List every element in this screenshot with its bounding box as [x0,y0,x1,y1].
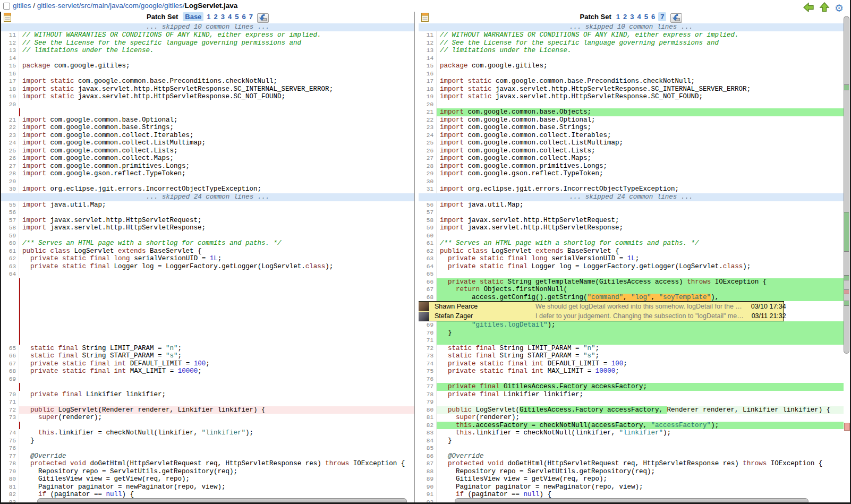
line-number[interactable]: 65 [419,270,437,278]
line-number[interactable]: 76 [1,445,19,452]
line-number[interactable]: 13 [1,47,19,55]
comment-row[interactable]: Stefan ZagerI defer to your judgement. C… [430,311,789,321]
skip-common-lines-expander[interactable]: ... skipped 24 common lines ... [1,193,414,201]
download-icon[interactable] [257,13,269,23]
line-number[interactable]: 83 [419,429,437,437]
line-number[interactable]: 80 [419,406,437,414]
line-number[interactable]: 88 [419,468,437,476]
line-number[interactable]: 82 [1,491,19,499]
line-number[interactable]: 67 [1,360,19,368]
line-number[interactable]: 26 [1,155,19,163]
line-number[interactable]: 13 [419,47,437,55]
line-number[interactable]: 62 [419,247,437,255]
line-number[interactable]: 78 [419,391,437,399]
line-number[interactable]: 30 [419,178,437,186]
line-number[interactable]: 81 [1,483,19,491]
line-number[interactable]: 27 [419,155,437,163]
line-number[interactable]: 19 [1,93,19,101]
line-number[interactable]: 64 [419,263,437,271]
line-number[interactable]: 29 [419,170,437,178]
patchset-link-5[interactable]: 5 [235,13,239,21]
line-number[interactable]: 80 [1,475,19,483]
line-number[interactable]: 85 [419,445,437,452]
line-number[interactable]: 68 [419,294,437,302]
line-number[interactable]: 86 [419,452,437,460]
line-number[interactable]: 15 [1,62,19,70]
line-number[interactable]: 67 [419,286,437,294]
line-number[interactable]: 82 [419,422,437,430]
line-number[interactable]: 26 [419,147,437,155]
line-number[interactable]: 61 [419,240,437,247]
line-number[interactable]: 18 [419,86,437,93]
line-number[interactable]: 63 [419,255,437,263]
line-number[interactable]: 12 [419,39,437,47]
line-number[interactable]: 90 [419,483,437,491]
line-number[interactable]: 56 [419,201,437,209]
line-number[interactable]: 81 [419,414,437,422]
line-number[interactable]: 24 [1,139,19,147]
line-number[interactable]: 23 [1,132,19,140]
line-number[interactable]: 65 [1,345,19,353]
line-number[interactable]: 75 [419,368,437,375]
line-number[interactable]: 79 [1,468,19,476]
line-number[interactable]: 78 [1,460,19,468]
line-number[interactable]: 60 [1,240,19,247]
line-number[interactable]: 58 [1,224,19,232]
skip-common-lines-expander[interactable]: ... skipped 24 common lines ... [419,193,844,201]
line-number[interactable]: 89 [419,475,437,483]
line-number[interactable]: 22 [419,116,437,124]
line-number[interactable]: 71 [1,398,19,406]
line-number[interactable]: 61 [1,247,19,255]
line-number[interactable]: 11 [1,31,19,39]
patchset-link-2[interactable]: 2 [623,13,627,21]
line-number[interactable]: 25 [419,139,437,147]
vertical-scrollbar[interactable] [844,16,849,354]
line-number[interactable]: 31 [419,185,437,193]
line-number[interactable]: 30 [1,185,19,193]
line-number[interactable]: 79 [419,398,437,406]
line-number[interactable]: 66 [419,278,437,286]
line-number[interactable]: 72 [419,345,437,353]
breadcrumb-path-link[interactable]: gitiles-servlet/src/main/java/com/google… [37,2,185,10]
line-number[interactable]: 63 [1,263,19,271]
line-number[interactable]: 23 [419,124,437,132]
line-number[interactable]: 57 [419,209,437,217]
patchset-link-1[interactable]: 1 [207,13,210,21]
line-number[interactable]: 62 [1,255,19,263]
line-number[interactable]: 55 [1,201,19,209]
patchset-link-4[interactable]: 4 [228,13,232,21]
line-number[interactable]: 19 [419,93,437,101]
line-number[interactable]: 14 [419,55,437,63]
line-number[interactable]: 18 [1,86,19,93]
reviewed-checkbox[interactable] [3,3,10,10]
line-number[interactable]: 72 [1,406,19,414]
patchset-link-7[interactable]: 7 [249,13,253,21]
patchset-link-2[interactable]: 2 [214,13,218,21]
patchset-link-base[interactable]: Base [183,12,203,21]
line-number[interactable]: 21 [1,116,19,124]
line-number[interactable]: 68 [1,368,19,375]
line-number[interactable]: 28 [419,163,437,170]
line-number[interactable]: 71 [419,337,437,345]
line-number[interactable]: 74 [419,360,437,368]
line-number[interactable]: 20 [1,101,19,109]
line-number[interactable]: 69 [1,375,19,383]
line-number[interactable]: 69 [419,321,437,329]
patchset-link-4[interactable]: 4 [637,13,641,21]
patchset-link-3[interactable]: 3 [221,13,225,21]
patchset-link-3[interactable]: 3 [630,13,634,21]
line-number[interactable]: 27 [1,163,19,170]
download-icon[interactable] [670,13,682,23]
line-number[interactable]: 73 [419,352,437,360]
line-number[interactable]: 25 [1,147,19,155]
line-number[interactable]: 17 [419,78,437,86]
line-number[interactable]: 74 [1,429,19,437]
line-number[interactable]: 15 [419,62,437,70]
patchset-link-7[interactable]: 7 [658,12,666,21]
line-number[interactable]: 16 [419,70,437,78]
line-number[interactable]: 21 [419,108,437,116]
line-number[interactable]: 87 [419,460,437,468]
line-number[interactable]: 29 [1,178,19,186]
patchset-link-5[interactable]: 5 [644,13,648,21]
line-number[interactable]: 77 [1,452,19,460]
